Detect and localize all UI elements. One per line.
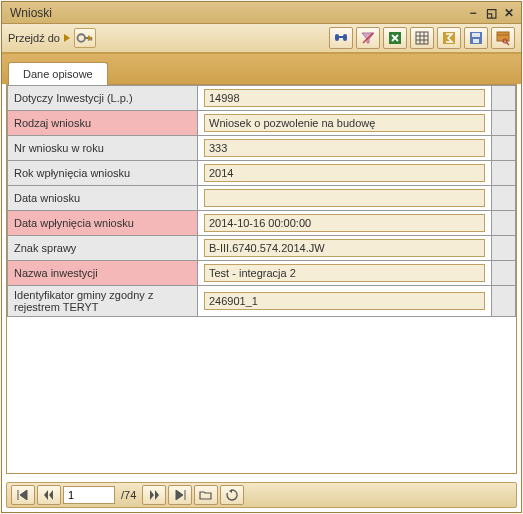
window-title: Wnioski (6, 6, 463, 20)
svg-rect-2 (343, 34, 347, 41)
field-trailing-cell (492, 261, 516, 286)
page-total-value: 74 (124, 489, 136, 501)
save-button[interactable] (464, 27, 488, 49)
find-button[interactable] (329, 27, 353, 49)
form-row: Dotyczy Inwestycji (L.p.) (8, 86, 516, 111)
svg-line-18 (506, 42, 509, 45)
tab-descriptive-data[interactable]: Dane opisowe (8, 62, 108, 85)
field-trailing-cell (492, 136, 516, 161)
field-input[interactable] (204, 89, 485, 107)
form-row: Data wniosku (8, 186, 516, 211)
grid-icon (414, 30, 430, 46)
field-value-cell (198, 236, 492, 261)
form-row: Nr wniosku w roku (8, 136, 516, 161)
field-value-cell (198, 161, 492, 186)
chevron-right-icon (88, 35, 92, 41)
go-to-label: Przejdź do (8, 32, 60, 44)
form-content: Dotyczy Inwestycji (L.p.)Rodzaj wnioskuN… (6, 84, 517, 474)
toolbar: Przejdź do (2, 24, 521, 54)
minimize-button[interactable]: − (465, 5, 481, 21)
form-row: Rok wpłynięcia wniosku (8, 161, 516, 186)
first-page-button[interactable] (11, 485, 35, 505)
field-value-cell (198, 286, 492, 317)
field-value-cell (198, 261, 492, 286)
svg-rect-14 (473, 39, 479, 43)
field-label: Znak sprawy (8, 236, 198, 261)
field-input[interactable] (204, 292, 485, 310)
svg-rect-6 (416, 32, 428, 44)
svg-rect-1 (335, 34, 339, 41)
form-row: Nazwa inwestycji (8, 261, 516, 286)
binoculars-icon (333, 30, 349, 46)
page-total: /74 (117, 489, 140, 501)
svg-rect-13 (472, 33, 480, 37)
field-trailing-cell (492, 111, 516, 136)
key-icon (75, 28, 95, 48)
field-value-cell (198, 186, 492, 211)
excel-icon (387, 30, 403, 46)
field-value-cell (198, 211, 492, 236)
form-row: Znak sprawy (8, 236, 516, 261)
close-button[interactable]: ✕ (501, 5, 517, 21)
field-label: Rodzaj wniosku (8, 111, 198, 136)
floppy-icon (468, 30, 484, 46)
form-table: Dotyczy Inwestycji (L.p.)Rodzaj wnioskuN… (7, 85, 516, 317)
window: Wnioski − ◱ ✕ Przejdź do (1, 1, 522, 513)
sigma-icon (441, 30, 457, 46)
refresh-icon (226, 489, 238, 501)
field-input[interactable] (204, 164, 485, 182)
field-label: Data wniosku (8, 186, 198, 211)
field-input[interactable] (204, 264, 485, 282)
field-trailing-cell (492, 161, 516, 186)
sum-button[interactable] (437, 27, 461, 49)
table-key-icon (495, 30, 511, 46)
field-input[interactable] (204, 189, 485, 207)
refresh-button[interactable] (220, 485, 244, 505)
first-icon (17, 490, 29, 500)
field-trailing-cell (492, 286, 516, 317)
filter-off-icon (360, 30, 376, 46)
clear-filter-button[interactable] (356, 27, 380, 49)
last-page-button[interactable] (168, 485, 192, 505)
go-to-group[interactable]: Przejdź do (8, 28, 96, 48)
field-value-cell (198, 86, 492, 111)
open-button[interactable] (194, 485, 218, 505)
field-value-cell (198, 136, 492, 161)
pager-bar: /74 (6, 482, 517, 508)
key-dropdown-button[interactable] (74, 28, 96, 48)
prev-icon (44, 490, 54, 500)
next-page-button[interactable] (142, 485, 166, 505)
field-trailing-cell (492, 236, 516, 261)
field-label: Nazwa inwestycji (8, 261, 198, 286)
field-trailing-cell (492, 186, 516, 211)
settings-button[interactable] (491, 27, 515, 49)
field-trailing-cell (492, 211, 516, 236)
svg-rect-3 (339, 36, 343, 38)
form-row: Rodzaj wniosku (8, 111, 516, 136)
field-label: Dotyczy Inwestycji (L.p.) (8, 86, 198, 111)
form-row: Identyfikator gminy zgodny z rejestrem T… (8, 286, 516, 317)
field-input[interactable] (204, 239, 485, 257)
maximize-button[interactable]: ◱ (483, 5, 499, 21)
last-icon (174, 490, 186, 500)
field-input[interactable] (204, 214, 485, 232)
page-input[interactable] (63, 486, 115, 504)
field-label: Identyfikator gminy zgodny z rejestrem T… (8, 286, 198, 317)
field-input[interactable] (204, 139, 485, 157)
field-label: Nr wniosku w roku (8, 136, 198, 161)
arrow-right-icon (64, 34, 70, 42)
svg-point-0 (77, 34, 85, 42)
grid-button[interactable] (410, 27, 434, 49)
title-bar: Wnioski − ◱ ✕ (2, 2, 521, 24)
folder-open-icon (199, 489, 213, 501)
export-excel-button[interactable] (383, 27, 407, 49)
field-trailing-cell (492, 86, 516, 111)
form-row: Data wpłynięcia wniosku (8, 211, 516, 236)
field-input[interactable] (204, 114, 485, 132)
next-icon (149, 490, 159, 500)
field-label: Data wpłynięcia wniosku (8, 211, 198, 236)
field-value-cell (198, 111, 492, 136)
prev-page-button[interactable] (37, 485, 61, 505)
field-label: Rok wpłynięcia wniosku (8, 161, 198, 186)
tab-bar: Dane opisowe (2, 54, 521, 84)
